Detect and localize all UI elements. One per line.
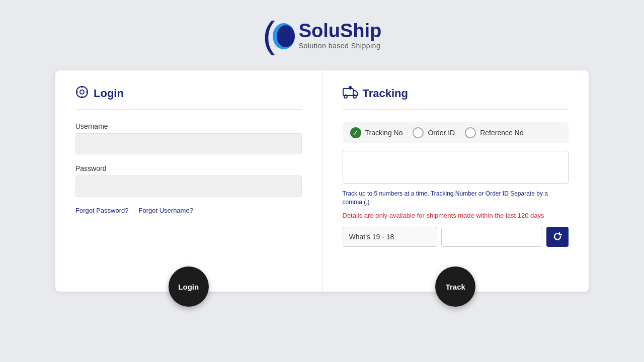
option-order-id[interactable]: Order ID bbox=[413, 127, 455, 138]
main-card: Login Username Password Forgot Password?… bbox=[55, 70, 589, 292]
svg-point-4 bbox=[80, 90, 84, 94]
radio-tracking-no-checked: ✓ bbox=[350, 127, 361, 138]
logo-text-group: SoluShip Solution based Shipping bbox=[299, 21, 382, 50]
login-header: Login bbox=[75, 85, 302, 110]
captcha-answer-input[interactable] bbox=[441, 227, 542, 247]
tracking-hint: Track up to 5 numbers at a time. Trackin… bbox=[343, 190, 569, 207]
tracking-panel: Tracking ✓ Tracking No Order ID Referenc… bbox=[323, 70, 589, 292]
svg-rect-9 bbox=[343, 88, 353, 96]
logo-icon: ( bbox=[263, 15, 298, 55]
tracking-title: Tracking bbox=[363, 87, 408, 100]
refresh-captcha-button[interactable] bbox=[546, 227, 569, 247]
forgot-links: Forgot Password? Forgot Username? bbox=[75, 207, 302, 214]
captcha-question: What's 19 - 18 bbox=[343, 227, 438, 247]
logo-brand: SoluShip bbox=[299, 21, 382, 42]
radio-order-id bbox=[413, 127, 424, 138]
password-input[interactable] bbox=[75, 175, 302, 197]
login-title: Login bbox=[94, 87, 124, 100]
username-label: Username bbox=[75, 122, 302, 130]
password-group: Password bbox=[75, 164, 302, 197]
option-tracking-no[interactable]: ✓ Tracking No bbox=[350, 127, 403, 138]
svg-point-10 bbox=[344, 95, 347, 98]
tracking-options: ✓ Tracking No Order ID Reference No bbox=[343, 122, 569, 143]
login-button[interactable]: Login bbox=[169, 266, 209, 307]
refresh-icon bbox=[552, 232, 562, 242]
password-label: Password bbox=[75, 164, 302, 172]
radio-reference-no bbox=[465, 127, 476, 138]
option-reference-no[interactable]: Reference No bbox=[465, 127, 523, 138]
tracking-icon bbox=[343, 85, 358, 102]
captcha-row: What's 19 - 18 bbox=[343, 227, 569, 247]
forgot-password-link[interactable]: Forgot Password? bbox=[75, 207, 129, 214]
svg-point-2 bbox=[277, 25, 295, 47]
logo-wrapper: ( SoluShip Solution based Shipping bbox=[263, 15, 382, 55]
username-input[interactable] bbox=[75, 133, 302, 154]
svg-point-11 bbox=[353, 95, 356, 98]
tracking-input[interactable] bbox=[343, 151, 569, 184]
reference-no-label: Reference No bbox=[480, 129, 523, 137]
svg-point-3 bbox=[76, 86, 88, 98]
track-button[interactable]: Track bbox=[435, 266, 475, 307]
forgot-username-link[interactable]: Forgot Username? bbox=[139, 207, 193, 214]
logo-area: ( SoluShip Solution based Shipping bbox=[263, 15, 382, 55]
tracking-header: Tracking bbox=[343, 85, 569, 110]
tracking-no-label: Tracking No bbox=[365, 129, 403, 137]
tracking-warning: Details are only available for shipments… bbox=[343, 212, 569, 219]
order-id-label: Order ID bbox=[428, 129, 455, 137]
username-group: Username bbox=[75, 122, 302, 154]
login-icon bbox=[75, 85, 89, 102]
login-panel: Login Username Password Forgot Password?… bbox=[55, 70, 323, 292]
logo-tagline: Solution based Shipping bbox=[299, 42, 382, 50]
